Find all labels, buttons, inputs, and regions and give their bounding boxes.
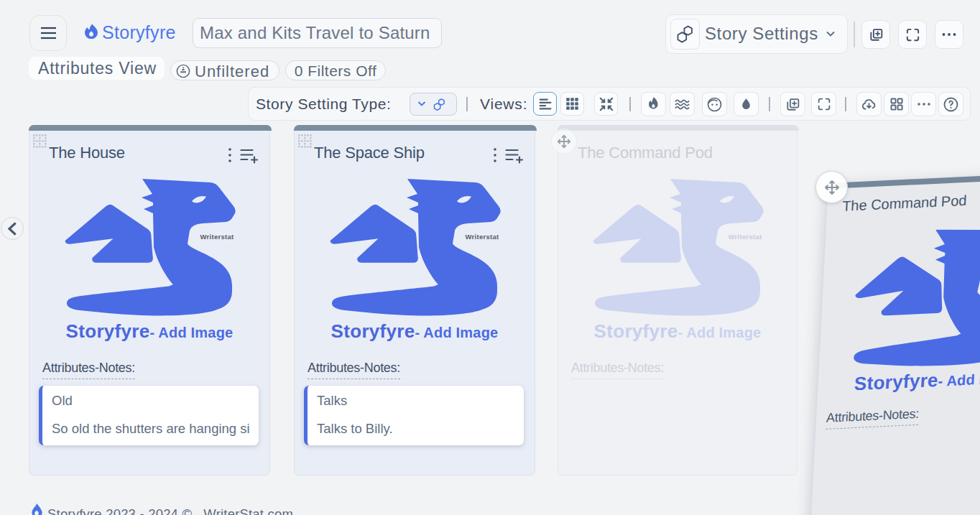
svg-text:Writerstat: Writerstat <box>728 233 762 241</box>
svg-text:Writerstat: Writerstat <box>465 233 499 241</box>
svg-text:Writerstat: Writerstat <box>200 233 234 241</box>
